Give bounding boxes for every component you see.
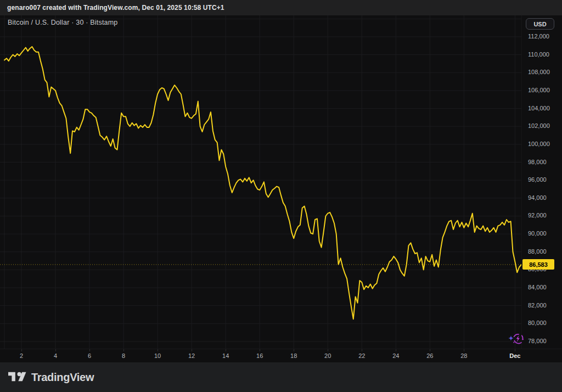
y-axis-label: 88,000 [528, 248, 547, 255]
x-axis-tick [260, 349, 260, 351]
attribution-text: genaro007 created with TradingView.com, … [7, 4, 224, 12]
x-axis-tick [123, 349, 124, 351]
y-axis-label: 104,000 [528, 105, 550, 111]
y-axis-label: 96,000 [528, 176, 547, 183]
y-axis-label: 90,000 [528, 230, 547, 237]
x-axis-label: 16 [256, 352, 263, 359]
x-axis-tick [328, 349, 328, 351]
sparkle-icon [508, 335, 514, 341]
x-axis-tick [192, 349, 192, 351]
x-axis-tick [21, 349, 22, 351]
tradingview-snapshot: genaro007 created with TradingView.com, … [0, 0, 562, 392]
x-axis-tick [464, 349, 464, 351]
x-axis-tick [430, 349, 430, 351]
boost-lightning-icon[interactable] [508, 331, 525, 349]
x-axis-label: 22 [358, 352, 365, 359]
refresh-arrow [513, 342, 515, 344]
chart-pane[interactable]: Bitcoin / U.S. Dollar · 30 · Bitstamp [0, 15, 521, 349]
tradingview-logo-icon[interactable] [8, 370, 26, 384]
last-price-badge: 86,583 [522, 259, 554, 270]
x-axis-tick [515, 349, 515, 351]
x-axis-label: 12 [188, 352, 195, 359]
y-axis-label: 92,000 [528, 212, 547, 219]
y-axis-label: 102,000 [528, 122, 550, 129]
x-axis-label: 14 [222, 352, 229, 359]
symbol-title[interactable]: Bitcoin / U.S. Dollar · 30 · Bitstamp [8, 19, 118, 26]
x-axis-label: 8 [122, 352, 125, 359]
y-axis-label: 82,000 [528, 302, 547, 309]
y-axis-label: 84,000 [528, 284, 547, 290]
x-axis-label: 6 [88, 352, 91, 359]
x-axis-label: 24 [392, 352, 399, 359]
x-axis-label: 26 [426, 352, 433, 359]
x-axis-label: 10 [154, 352, 161, 359]
x-axis-tick [294, 349, 294, 351]
tradingview-wordmark[interactable]: TradingView [31, 371, 94, 384]
price-axis[interactable]: USD 112,000110,000108,000106,000104,0001… [521, 15, 562, 349]
x-axis-tick [55, 349, 56, 351]
y-axis-label: 110,000 [528, 51, 549, 58]
y-axis-label: 80,000 [528, 320, 547, 326]
x-axis-tick [158, 349, 158, 351]
footer-bar: TradingView [0, 362, 562, 392]
y-axis-label: 106,000 [528, 87, 550, 93]
x-axis-label: Dec [509, 352, 520, 359]
x-axis-label: 18 [290, 352, 297, 359]
x-axis-label: 2 [20, 352, 23, 359]
y-axis-label: 108,000 [528, 69, 550, 75]
x-axis-tick [396, 349, 396, 351]
x-axis-tick [226, 349, 226, 351]
x-axis-label: 20 [324, 352, 331, 359]
time-axis[interactable]: 246810121416182022242628Dec [0, 349, 562, 362]
currency-toggle-button[interactable]: USD [526, 18, 554, 30]
x-axis-tick [89, 349, 90, 351]
y-axis-label: 112,000 [528, 33, 549, 40]
price-line-chart[interactable] [0, 15, 521, 349]
lightning-bolt-icon [516, 335, 520, 342]
chart-row: Bitcoin / U.S. Dollar · 30 · Bitstamp US… [0, 15, 562, 349]
y-axis-label: 78,000 [528, 338, 547, 344]
attribution-bar: genaro007 created with TradingView.com, … [0, 0, 562, 15]
x-axis-label: 4 [54, 352, 57, 359]
y-axis-label: 100,000 [528, 141, 550, 147]
x-axis-label: 28 [460, 352, 467, 359]
y-axis-label: 98,000 [528, 159, 547, 165]
y-axis-label: 94,000 [528, 194, 547, 201]
x-axis-tick [362, 349, 362, 351]
